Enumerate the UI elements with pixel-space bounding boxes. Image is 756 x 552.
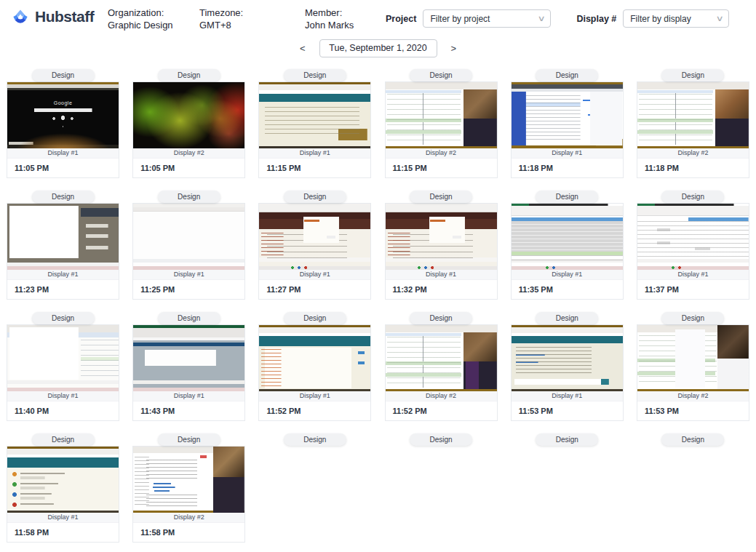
screenshot-card[interactable]: Display #1 11:27 PM [258,203,371,300]
screenshot-card[interactable]: Display #1 11:32 PM [385,203,498,300]
screenshot-card[interactable]: Display #2 11:52 PM [385,324,498,421]
project-badge: Design [158,69,220,81]
timestamp: 11:52 PM [259,401,370,420]
project-filter-value: Filter by project [430,14,490,24]
project-badge: Design [32,433,95,446]
screenshot-cell: Design Display #1 11:15 PM [258,69,371,178]
display-label: Display #2 [133,513,244,522]
timestamp: 11:35 PM [512,279,623,299]
timestamp: 11:40 PM [7,401,119,420]
screenshot-card[interactable]: Display #1 11:23 PM [7,203,119,300]
project-badge: Design [158,191,220,203]
project-badge: Design [158,312,220,324]
screenshot-card[interactable]: Display #2 11:15 PM [385,81,498,178]
screenshot-cell: Design [385,433,498,543]
hubstaff-logo[interactable]: Hubstaff [10,7,108,27]
screenshot-card[interactable]: Display #2 11:05 PM [132,81,245,178]
project-filter-select[interactable]: Filter by project ∨ [423,9,551,28]
screenshot-thumbnail[interactable] [133,82,244,148]
timestamp: 11:43 PM [133,401,244,420]
screenshot-card[interactable]: Display #1 11:15 PM [258,81,371,178]
screenshot-cell: Design Display #1 11:35 PM [511,191,624,300]
screenshot-thumbnail[interactable] [7,447,119,513]
screenshot-cell: Design Display #1 11:25 PM [132,191,245,300]
screenshot-cell: Design [637,433,749,543]
display-label: Display #1 [7,148,119,158]
organization-label: Organization: [108,7,199,20]
screenshot-thumbnail[interactable] [133,325,244,391]
screenshot-thumbnail[interactable] [259,325,370,391]
display-label: Display #1 [133,391,244,401]
screenshot-thumbnail[interactable] [259,82,370,148]
screenshot-card[interactable]: Display #1 11:58 PM [7,446,119,543]
screenshot-cell: Design Display #1 11:23 PM [7,191,119,300]
timestamp: 11:05 PM [7,158,119,177]
screenshot-card[interactable]: Display #1 11:52 PM [258,324,371,421]
screenshot-cell: Design Display #1 11:32 PM [385,191,498,300]
screenshot-thumbnail[interactable] [512,204,623,270]
project-badge: Design [661,69,724,81]
screenshot-card[interactable]: Google Display #1 11:05 PM [7,81,119,178]
project-badge: Design [284,433,346,446]
screenshot-cell: Design Display #2 11:53 PM [637,312,749,421]
screenshot-card[interactable]: Display #1 11:40 PM [7,324,119,421]
screenshot-card[interactable]: Display #1 11:18 PM [511,81,624,178]
screenshot-card[interactable]: Display #2 11:58 PM [132,446,245,543]
filters: Project Filter by project ∨ Display # Fi… [386,7,729,28]
screenshot-thumbnail[interactable] [133,447,244,513]
screenshot-thumbnail[interactable] [386,325,497,391]
screenshot-thumbnail[interactable] [637,204,749,270]
member-label: Member: [305,7,378,20]
project-badge: Design [284,191,346,203]
project-badge: Design [410,191,472,203]
timestamp: 11:53 PM [512,401,623,420]
screenshot-cell: Design Display #1 11:53 PM [511,312,624,421]
screenshot-card[interactable]: Display #1 11:53 PM [511,324,624,421]
screenshot-thumbnail[interactable] [7,204,119,270]
screenshot-cell: Design Display #2 11:52 PM [385,312,498,421]
hubstaff-logo-icon [10,7,31,27]
timestamp: 11:53 PM [637,401,749,420]
display-label: Display #1 [133,270,244,279]
screenshot-card[interactable]: Display #2 11:18 PM [637,81,749,178]
screenshot-card[interactable]: Display #1 11:35 PM [511,203,624,300]
project-badge: Design [536,69,598,81]
screenshot-thumbnail[interactable] [512,325,623,391]
screenshot-card[interactable]: Display #1 11:25 PM [132,203,245,300]
project-badge: Design [661,433,724,446]
screenshot-cell: Design [258,433,371,543]
screenshot-thumbnail[interactable]: Google [7,82,119,148]
screenshot-card[interactable]: Display #1 11:43 PM [132,324,245,421]
timestamp: 11:23 PM [7,279,119,299]
display-filter-select[interactable]: Filter by display ∨ [623,9,729,28]
display-label: Display #2 [637,391,749,401]
screenshot-thumbnail[interactable] [7,325,119,391]
screenshot-card[interactable]: Display #1 11:37 PM [637,203,749,300]
display-label: Display #2 [386,391,497,401]
date-picker[interactable]: Tue, September 1, 2020 [319,39,437,57]
screenshot-thumbnail[interactable] [386,204,497,270]
screenshot-cell: Design Google Display #1 11:05 PM [7,69,119,178]
project-badge: Design [410,69,472,81]
timezone-info: Timezone: GMT+8 [199,7,305,32]
next-day-button[interactable]: > [448,41,460,55]
screenshot-card[interactable]: Display #2 11:53 PM [637,324,749,421]
project-badge: Design [158,433,220,446]
project-badge: Design [284,312,346,324]
display-label: Display #1 [259,391,370,401]
screenshot-thumbnail[interactable] [133,204,244,270]
screenshot-thumbnail[interactable] [386,82,497,148]
project-badge: Design [32,312,95,324]
display-label: Display #2 [637,148,749,158]
date-nav: < Tue, September 1, 2020 > [0,39,756,57]
screenshot-thumbnail[interactable] [637,325,749,391]
project-badge: Design [536,433,598,446]
screenshot-thumbnail[interactable] [637,82,749,148]
prev-day-button[interactable]: < [297,41,309,55]
organization-value: Graphic Design [108,20,199,32]
screenshot-cell: Design Display #1 11:52 PM [258,312,371,421]
project-badge: Design [410,433,472,446]
screenshot-thumbnail[interactable] [512,82,623,148]
screenshot-thumbnail[interactable] [259,204,370,270]
thumbnail-overlay-text: Google [7,100,119,105]
